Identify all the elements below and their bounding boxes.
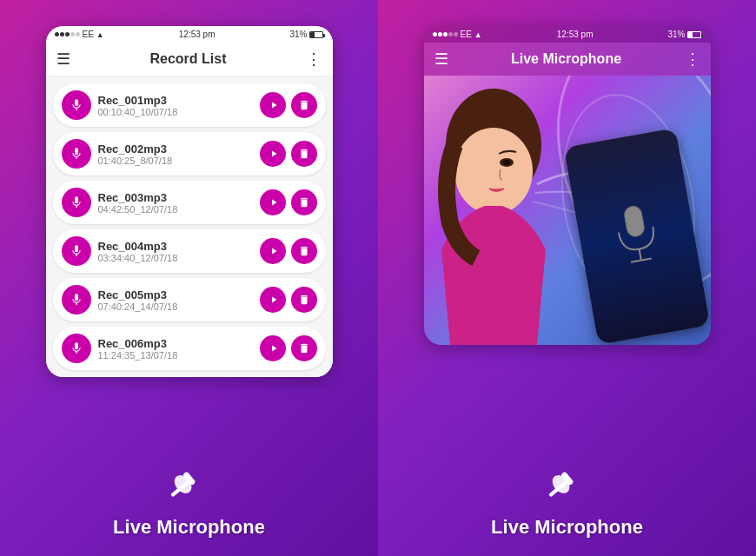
phone-frame-left: EE ▲ 12:53 pm 31% ☰ Record List ⋮ Rec_00…: [46, 26, 333, 377]
battery-label: 31%: [289, 30, 307, 39]
play-button-5[interactable]: [260, 287, 286, 313]
hero-image: [424, 76, 711, 345]
list-item: Rec_003mp3 04:42:50_12/07/18: [53, 181, 326, 224]
record-actions-3: [260, 189, 317, 215]
delete-button-4[interactable]: [291, 238, 317, 264]
more-icon-right[interactable]: ⋮: [685, 50, 700, 69]
record-name-5: Rec_005mp3: [98, 288, 253, 301]
delete-button-5[interactable]: [291, 287, 317, 313]
record-time-5: 07:40:24_14/07/18: [98, 301, 253, 312]
record-actions-4: [260, 238, 317, 264]
play-button-1[interactable]: [260, 92, 286, 118]
record-actions-6: [260, 335, 317, 361]
record-actions-1: [260, 92, 317, 118]
list-item: Rec_002mp3 01:40:25_8/07/18: [53, 132, 326, 175]
woman-illustration: [424, 76, 598, 345]
record-name-3: Rec_003mp3: [98, 191, 253, 204]
app-header-right: ☰ Live Microphone ⋮: [424, 43, 711, 76]
time-label-right: 12:53 pm: [557, 30, 594, 39]
phone-screen-mic-icon: [605, 197, 668, 275]
left-panel: EE ▲ 12:53 pm 31% ☰ Record List ⋮ Rec_00…: [0, 0, 378, 556]
record-info-4: Rec_004mp3 03:34:40_12/07/18: [98, 240, 253, 263]
status-bar-right: EE ▲ 12:53 pm 31%: [424, 26, 711, 43]
record-time-4: 03:34:40_12/07/18: [98, 253, 253, 263]
wifi-icon-right: ▲: [474, 30, 482, 39]
bottom-section-left: Live Microphone: [113, 469, 265, 556]
list-item: Rec_006mp3 11:24:35_13/07/18: [53, 327, 326, 370]
record-name-4: Rec_004mp3: [98, 240, 253, 253]
record-info-5: Rec_005mp3 07:40:24_14/07/18: [98, 288, 253, 312]
header-title-right: Live Microphone: [511, 51, 621, 67]
svg-point-8: [503, 160, 510, 165]
delete-button-6[interactable]: [291, 335, 317, 361]
delete-button-3[interactable]: [291, 189, 317, 215]
app-header-left: ☰ Record List ⋮: [46, 43, 333, 76]
right-panel: EE ▲ 12:53 pm 31% ☰ Live Microphone ⋮: [378, 0, 756, 556]
record-time-1: 00:10:40_10/07/18: [98, 107, 253, 117]
record-time-6: 11:24:35_13/07/18: [98, 350, 253, 361]
signal-icon: [55, 32, 80, 36]
app-title-right: Live Microphone: [491, 516, 643, 539]
phone-frame-right: EE ▲ 12:53 pm 31% ☰ Live Microphone ⋮: [424, 26, 711, 345]
hamburger-icon[interactable]: ☰: [56, 50, 70, 69]
record-info-3: Rec_003mp3 04:42:50_12/07/18: [98, 191, 253, 215]
signal-icon-right: [433, 32, 458, 36]
list-item: Rec_004mp3 03:34:40_12/07/18: [53, 229, 326, 273]
play-button-3[interactable]: [260, 189, 286, 215]
svg-rect-9: [623, 205, 646, 238]
record-info-6: Rec_006mp3 11:24:35_13/07/18: [98, 337, 253, 361]
record-name-1: Rec_001mp3: [98, 94, 253, 107]
play-button-6[interactable]: [260, 335, 286, 361]
bottom-section-right: Live Microphone: [491, 469, 643, 556]
record-name-2: Rec_002mp3: [98, 142, 253, 156]
time-label: 12:53 pm: [179, 30, 216, 39]
microphone-icon-right: [545, 469, 588, 513]
more-icon-left[interactable]: ⋮: [306, 50, 322, 69]
mic-button-1[interactable]: [62, 90, 91, 120]
svg-point-6: [454, 128, 533, 215]
status-right-right: 31%: [667, 30, 701, 39]
record-name-6: Rec_006mp3: [98, 337, 253, 350]
hamburger-icon-right[interactable]: ☰: [434, 50, 448, 69]
app-title-left: Live Microphone: [113, 516, 265, 539]
record-actions-2: [260, 141, 317, 167]
microphone-icon-left: [167, 469, 210, 513]
mic-button-6[interactable]: [62, 334, 91, 363]
battery-icon: [309, 31, 323, 38]
carrier-label: EE: [83, 30, 94, 39]
record-time-3: 04:42:50_12/07/18: [98, 204, 253, 215]
record-time-2: 01:40:25_8/07/18: [98, 156, 253, 166]
list-item: Rec_001mp3 00:10:40_10/07/18: [53, 83, 326, 127]
play-button-4[interactable]: [260, 238, 286, 264]
mic-button-5[interactable]: [62, 285, 91, 314]
record-info-2: Rec_002mp3 01:40:25_8/07/18: [98, 142, 253, 166]
record-info-1: Rec_001mp3 00:10:40_10/07/18: [98, 94, 253, 117]
battery-icon-right: [687, 31, 701, 38]
record-list: Rec_001mp3 00:10:40_10/07/18 R: [46, 76, 333, 377]
carrier-label-right: EE: [461, 30, 472, 39]
battery-label-right: 31%: [667, 30, 685, 39]
mic-button-4[interactable]: [62, 236, 91, 266]
status-left: EE ▲: [55, 30, 104, 39]
status-bar-left: EE ▲ 12:53 pm 31%: [46, 26, 333, 43]
mic-button-3[interactable]: [62, 188, 91, 217]
status-right: 31%: [289, 30, 323, 39]
delete-button-1[interactable]: [291, 92, 317, 118]
mic-button-2[interactable]: [62, 139, 91, 169]
status-left-right: EE ▲: [433, 30, 482, 39]
header-title-left: Record List: [149, 51, 226, 67]
list-item: Rec_005mp3 07:40:24_14/07/18: [53, 278, 326, 321]
record-actions-5: [260, 287, 317, 313]
wifi-icon: ▲: [96, 30, 104, 39]
play-button-2[interactable]: [260, 141, 286, 167]
hero-background: [424, 76, 711, 345]
delete-button-2[interactable]: [291, 141, 317, 167]
svg-line-10: [639, 249, 640, 261]
